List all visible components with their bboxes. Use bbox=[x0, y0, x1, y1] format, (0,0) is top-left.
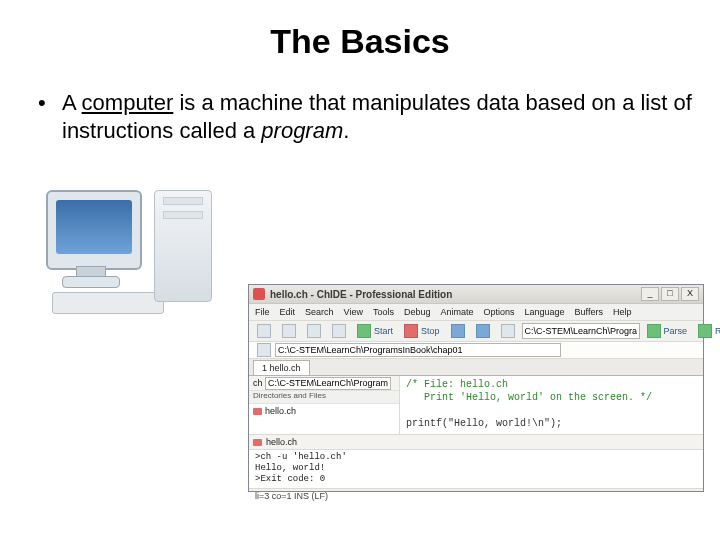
close-button[interactable]: X bbox=[681, 287, 699, 301]
ide-split: ch Directories and Files hello.ch /* Fil… bbox=[249, 376, 703, 435]
parse-button[interactable]: Parse bbox=[643, 323, 692, 339]
minimize-button[interactable]: _ bbox=[641, 287, 659, 301]
computer-illustration bbox=[40, 184, 220, 314]
menu-edit[interactable]: Edit bbox=[280, 307, 296, 317]
open-file-name[interactable]: hello.ch bbox=[266, 437, 297, 447]
ide-titlebar[interactable]: hello.ch - ChIDE - Professional Edition … bbox=[249, 285, 703, 304]
play-icon bbox=[357, 324, 371, 338]
monitor-icon bbox=[46, 190, 142, 270]
bullet-item: A computer is a machine that manipulates… bbox=[38, 89, 692, 144]
run-icon bbox=[698, 324, 712, 338]
maximize-button[interactable]: □ bbox=[661, 287, 679, 301]
parse-label: Parse bbox=[664, 326, 688, 336]
editor-tab[interactable]: 1 hello.ch bbox=[253, 360, 310, 375]
print-icon bbox=[332, 324, 346, 338]
ide-window-title: hello.ch - ChIDE - Professional Edition bbox=[270, 289, 452, 300]
menu-help[interactable]: Help bbox=[613, 307, 632, 317]
pathbar-field[interactable] bbox=[275, 343, 561, 357]
ide-tabrow: 1 hello.ch bbox=[249, 359, 703, 376]
status-bar: li=3 co=1 INS (LF) bbox=[249, 489, 703, 503]
step-icon bbox=[476, 324, 490, 338]
menu-language[interactable]: Language bbox=[525, 307, 565, 317]
up-arrow-icon bbox=[257, 343, 271, 357]
app-icon bbox=[253, 288, 265, 300]
code-editor[interactable]: /* File: hello.ch Print 'Hello, world' o… bbox=[400, 376, 703, 434]
file-browser-path-field[interactable] bbox=[265, 377, 391, 390]
tool-icon bbox=[501, 324, 515, 338]
ide-toolbar: Start Stop Parse Run Stop bbox=[249, 321, 703, 342]
drive-slot-icon bbox=[163, 197, 203, 205]
menu-view[interactable]: View bbox=[344, 307, 363, 317]
file-browser-header: ch bbox=[249, 376, 399, 391]
ide-window: hello.ch - ChIDE - Professional Edition … bbox=[248, 284, 704, 492]
stop-icon bbox=[404, 324, 418, 338]
open-file-icon bbox=[282, 324, 296, 338]
stop-label: Stop bbox=[421, 326, 440, 336]
bullet-text-pre: A bbox=[62, 90, 82, 115]
toolbar-btn[interactable] bbox=[253, 323, 275, 339]
ide-menubar: File Edit Search View Tools Debug Animat… bbox=[249, 304, 703, 321]
term-computer: computer bbox=[82, 90, 174, 115]
tower-icon bbox=[154, 190, 212, 302]
toolbar-btn[interactable] bbox=[278, 323, 300, 339]
run-button[interactable]: Run bbox=[694, 323, 720, 339]
start-button[interactable]: Start bbox=[353, 323, 397, 339]
file-list-item[interactable]: hello.ch bbox=[253, 406, 395, 416]
code-statement: printf("Hello, world!\n"); bbox=[406, 418, 562, 429]
output-pane[interactable]: >ch -u 'hello.ch' Hello, world! >Exit co… bbox=[249, 450, 703, 489]
toolbar-btn[interactable] bbox=[472, 323, 494, 339]
save-icon bbox=[307, 324, 321, 338]
toolbar-btn[interactable] bbox=[328, 323, 350, 339]
menu-animate[interactable]: Animate bbox=[440, 307, 473, 317]
drive-slot-icon bbox=[163, 211, 203, 219]
keyboard-icon bbox=[52, 292, 164, 314]
file-icon bbox=[253, 439, 262, 446]
code-comment: /* File: hello.ch Print 'Hello, world' o… bbox=[406, 379, 652, 403]
bullet-text-post: . bbox=[343, 118, 349, 143]
file-browser-section-label: Directories and Files bbox=[249, 391, 399, 404]
file-name: hello.ch bbox=[265, 406, 296, 416]
slide-title: The Basics bbox=[28, 22, 692, 61]
toolbar-btn[interactable] bbox=[447, 323, 469, 339]
term-program: program bbox=[261, 118, 343, 143]
menu-options[interactable]: Options bbox=[484, 307, 515, 317]
menu-file[interactable]: File bbox=[255, 307, 270, 317]
ide-pathbar bbox=[249, 342, 703, 359]
bullet-list: A computer is a machine that manipulates… bbox=[38, 89, 692, 144]
open-file-strip: hello.ch bbox=[249, 435, 703, 450]
run-label: Run bbox=[715, 326, 720, 336]
menu-tools[interactable]: Tools bbox=[373, 307, 394, 317]
up-dir-button[interactable] bbox=[253, 342, 275, 358]
toolbar-path-field[interactable] bbox=[522, 323, 640, 339]
monitor-base-icon bbox=[62, 276, 120, 288]
toolbar-btn[interactable] bbox=[303, 323, 325, 339]
step-icon bbox=[451, 324, 465, 338]
menu-search[interactable]: Search bbox=[305, 307, 334, 317]
check-icon bbox=[647, 324, 661, 338]
start-label: Start bbox=[374, 326, 393, 336]
toolbar-btn[interactable] bbox=[497, 323, 519, 339]
stop-button[interactable]: Stop bbox=[400, 323, 444, 339]
menu-buffers[interactable]: Buffers bbox=[575, 307, 603, 317]
menu-debug[interactable]: Debug bbox=[404, 307, 431, 317]
slide: The Basics A computer is a machine that … bbox=[0, 0, 720, 540]
file-list: hello.ch bbox=[249, 404, 399, 434]
file-icon bbox=[253, 408, 262, 415]
file-browser-pane: ch Directories and Files hello.ch bbox=[249, 376, 400, 434]
new-file-icon bbox=[257, 324, 271, 338]
